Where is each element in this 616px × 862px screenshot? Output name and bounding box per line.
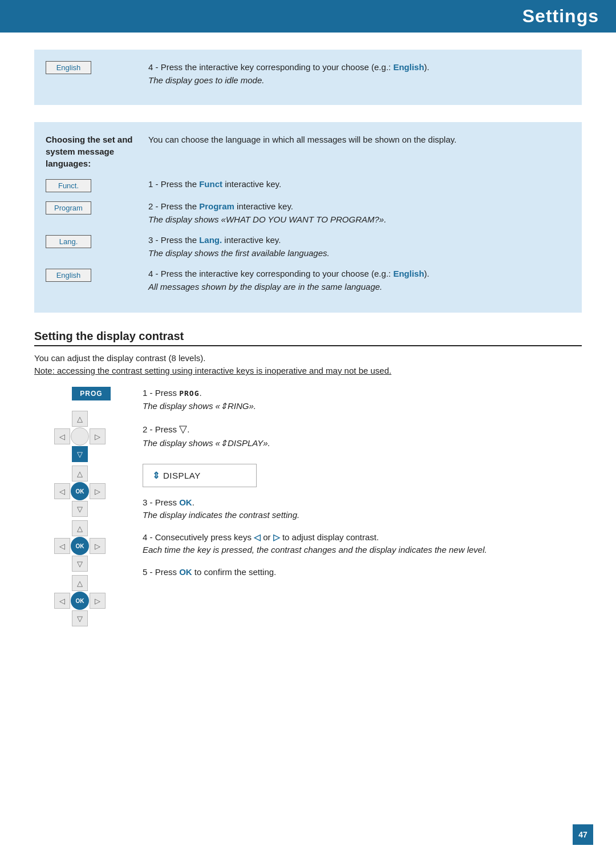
dpad3-right[interactable]: ▷: [90, 538, 106, 554]
dpad4-group: △ ◁ OK ▷ ▽: [34, 575, 125, 626]
step4-row: English 4 - Press the interactive key co…: [46, 61, 570, 87]
funct-key[interactable]: Funct.: [46, 179, 91, 192]
english-key-bottom[interactable]: English: [46, 269, 91, 282]
dpad4-down[interactable]: ▽: [72, 610, 88, 626]
choosing-title: Choosing the set and system message lang…: [46, 133, 148, 169]
dpad1-group: △ ◁ ▷ ▽: [34, 411, 125, 462]
dpad2-ok[interactable]: OK: [71, 482, 89, 500]
dpad1-ok[interactable]: [71, 427, 89, 446]
contrast-note: Note: accessing the contrast setting usi…: [34, 366, 582, 375]
step1-italic: The display shows «⇕RING».: [143, 401, 256, 411]
dpad1-left[interactable]: ◁: [54, 428, 70, 444]
step4-italic: Each time the key is pressed, the contra…: [143, 545, 487, 555]
lang-bold: Lang.: [199, 235, 222, 245]
dpad4-ok[interactable]: OK: [71, 592, 89, 610]
dpad2-down[interactable]: ▽: [72, 501, 88, 517]
page-number: 47: [573, 824, 593, 845]
english-key-top[interactable]: English: [46, 61, 91, 74]
contrast-step1: 1 - Press PROG. The display shows «⇕RING…: [143, 387, 582, 412]
step2-italic: The display shows «⇕DISPLAY».: [143, 438, 270, 448]
choosing-desc: You can choose the language in which all…: [148, 133, 456, 147]
contrast-layout: PROG △ ◁ ▷ ▽ △ ◁: [34, 387, 582, 630]
contrast-step3: 3 - Press OK. The display indicates the …: [143, 496, 582, 522]
contrast-intro: You can adjust the display contrast (8 l…: [34, 353, 582, 363]
left-arrow-bold: ◁: [254, 532, 261, 542]
dpad3-group: △ ◁ OK ▷ ▽: [34, 520, 125, 572]
dpad3-up[interactable]: △: [72, 520, 88, 536]
choosing-step3: Lang. 3 - Press the Lang. interactive ke…: [46, 234, 570, 260]
dpad4: △ ◁ OK ▷ ▽: [54, 575, 106, 626]
dpad2-up[interactable]: △: [72, 466, 88, 481]
dpad1: △ ◁ ▷ ▽: [54, 411, 106, 462]
contrast-step4: 4 - Consecutively press keys ◁ or ▷ to a…: [143, 531, 582, 557]
dpad2: △ ◁ OK ▷ ▽: [54, 466, 106, 517]
dpad1-up[interactable]: △: [72, 411, 88, 427]
choosing-step1: Funct. 1 - Press the Funct interactive k…: [46, 178, 570, 192]
device-col: PROG △ ◁ ▷ ▽ △ ◁: [34, 387, 125, 630]
dpad2-right[interactable]: ▷: [90, 483, 106, 499]
choosing-section: Choosing the set and system message lang…: [34, 122, 582, 313]
note-text: : accessing the contrast setting using i…: [52, 366, 392, 375]
dpad3-ok[interactable]: OK: [71, 537, 89, 555]
right-arrow-bold: ▷: [273, 532, 280, 542]
ok-bold3: OK: [179, 497, 192, 507]
english-bold-bottom: English: [393, 269, 424, 278]
down-arrow-inline: ▽: [179, 423, 187, 435]
top-step4-section: English 4 - Press the interactive key co…: [34, 50, 582, 105]
program-bold: Program: [199, 201, 234, 211]
display-box: ⇕ DISPLAY: [143, 464, 257, 487]
ok-bold5: OK: [179, 567, 192, 577]
program-key[interactable]: Program: [46, 201, 91, 215]
funct-bold: Funct: [199, 179, 222, 189]
steps-col: 1 - Press PROG. The display shows «⇕RING…: [143, 387, 582, 588]
choosing-step2: Program 2 - Press the Program interactiv…: [46, 200, 570, 226]
step4-text: 4 - Press the interactive key correspond…: [148, 61, 429, 87]
dpad3: △ ◁ OK ▷ ▽: [54, 520, 106, 572]
dpad1-right[interactable]: ▷: [90, 428, 106, 444]
lang-key[interactable]: Lang.: [46, 235, 91, 248]
dpad2-left[interactable]: ◁: [54, 483, 70, 499]
page-title: Settings: [0, 6, 599, 27]
dpad3-down[interactable]: ▽: [72, 556, 88, 572]
note-label: Note: [34, 366, 52, 375]
choosing-header: Choosing the set and system message lang…: [46, 133, 570, 169]
step3-italic: The display indicates the contrast setti…: [143, 510, 299, 520]
prog-inline1: PROG: [179, 389, 199, 398]
dpad4-up[interactable]: △: [72, 575, 88, 591]
prog-button[interactable]: PROG: [72, 387, 110, 400]
dpad3-left[interactable]: ◁: [54, 538, 70, 554]
dpad1-down[interactable]: ▽: [72, 446, 88, 462]
page-header: Settings: [0, 0, 616, 33]
contrast-step5: 5 - Press OK to confirm the setting.: [143, 566, 582, 579]
step4-italic: The display goes to idle mode.: [148, 75, 264, 85]
dpad2-group: △ ◁ OK ▷ ▽: [34, 466, 125, 517]
display-arrow: ⇕: [152, 470, 160, 481]
choosing-step4: English 4 - Press the interactive key co…: [46, 268, 570, 293]
contrast-section: Setting the display contrast You can adj…: [34, 330, 582, 630]
display-label: DISPLAY: [163, 471, 201, 480]
dpad4-right[interactable]: ▷: [90, 593, 106, 609]
dpad4-left[interactable]: ◁: [54, 593, 70, 609]
contrast-title: Setting the display contrast: [34, 330, 582, 346]
contrast-step2: 2 - Press ▽. The display shows «⇕DISPLAY…: [143, 422, 582, 450]
english-bold-top: English: [393, 62, 424, 72]
